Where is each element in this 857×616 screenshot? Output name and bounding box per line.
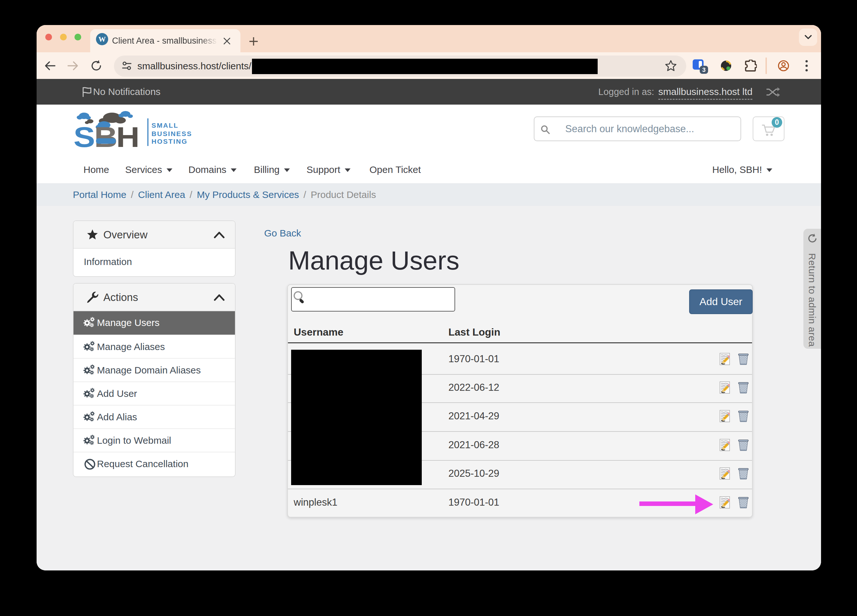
svg-text:B: B <box>94 121 116 150</box>
svg-text:S: S <box>74 121 94 150</box>
svg-text:H: H <box>116 121 139 150</box>
svg-text:HOSTING: HOSTING <box>152 137 187 145</box>
svg-text:SMALL: SMALL <box>152 122 178 129</box>
svg-text:BUSINESS: BUSINESS <box>152 130 192 137</box>
svg-text:W: W <box>99 35 106 43</box>
svg-text:3: 3 <box>702 66 706 73</box>
